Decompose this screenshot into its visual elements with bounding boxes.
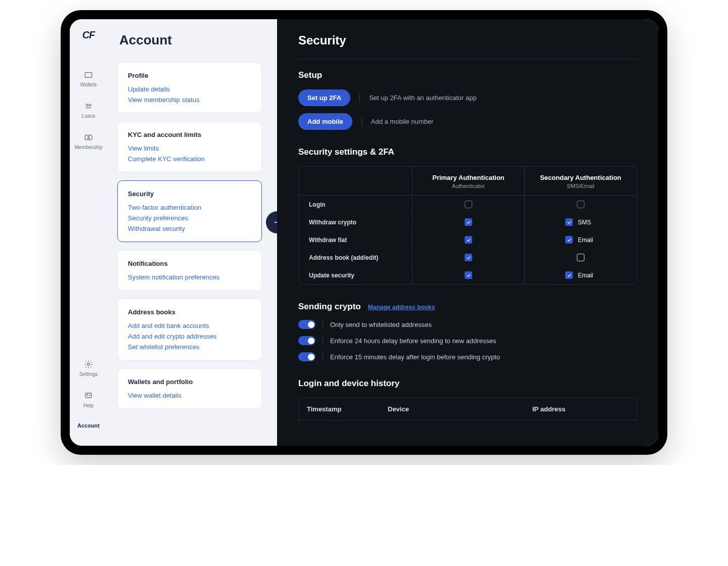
primary-cell <box>413 266 525 284</box>
membership-icon <box>83 133 94 142</box>
divider <box>359 94 360 102</box>
secondary-cell: Email <box>525 231 636 249</box>
sidebar: CF Wallets Loans Membership Settings <box>70 19 107 446</box>
help-icon <box>83 391 94 400</box>
security-title: Security <box>298 33 637 59</box>
sidebar-top: CF Wallets Loans Membership <box>70 29 107 157</box>
toggle-whitelist[interactable] <box>298 320 315 329</box>
divider <box>323 353 323 360</box>
checkbox-checked[interactable] <box>465 271 472 279</box>
card-link[interactable]: Set whitelist preferences <box>128 343 251 351</box>
add-mobile-button[interactable]: Add mobile <box>298 113 352 130</box>
card-link[interactable]: Two-factor authentication <box>128 204 251 211</box>
card-title: Address books <box>128 308 251 316</box>
nav-item-settings[interactable]: Settings <box>70 353 107 384</box>
secondary-cell: Email <box>525 266 636 284</box>
checkbox-checked[interactable] <box>465 254 472 261</box>
card-profile[interactable]: Profile Update details View membership s… <box>117 62 262 113</box>
checkbox-checked[interactable] <box>465 218 472 226</box>
svg-point-2 <box>89 104 91 106</box>
card-link[interactable]: Complete KYC verification <box>128 155 251 163</box>
card-title: Notifications <box>128 260 251 267</box>
row-label: Withdraw crypto <box>299 214 413 231</box>
nav-item-wallets[interactable]: Wallets <box>70 63 107 95</box>
nav-item-account[interactable]: Account <box>70 415 107 436</box>
card-wallets-portfolio[interactable]: Wallets and portfolio View wallet detail… <box>117 368 262 409</box>
checkbox-label: Email <box>578 272 596 279</box>
card-link[interactable]: View limits <box>128 145 251 152</box>
header-primary-sub: Authenticator <box>413 183 524 189</box>
table-row: Address book (add/edit) <box>299 249 636 266</box>
nav-label: Account <box>77 422 100 429</box>
table-row: Login <box>299 196 636 213</box>
card-title: Profile <box>128 72 251 79</box>
secondary-cell <box>525 196 636 213</box>
card-link[interactable]: Add and edit crypto addresses <box>128 333 251 340</box>
checkbox-label: SMS <box>578 219 596 226</box>
checkbox-unchecked[interactable] <box>465 201 472 208</box>
secondary-cell <box>525 249 636 266</box>
card-notifications[interactable]: Notifications System notification prefer… <box>117 250 262 291</box>
table-row: Withdraw crypto SMS <box>299 213 636 231</box>
history-col-device: Device <box>388 405 532 413</box>
sidebar-bottom: Settings Help Account <box>70 353 107 436</box>
arrow-right-icon <box>272 218 277 227</box>
card-address-books[interactable]: Address books Add and edit bank accounts… <box>117 299 262 360</box>
card-link[interactable]: Add and edit bank accounts <box>128 322 251 329</box>
checkbox-unchecked[interactable] <box>577 254 584 261</box>
tablet-frame: CF Wallets Loans Membership Settings <box>61 10 667 455</box>
card-link[interactable]: Update details <box>128 85 251 93</box>
primary-cell <box>413 213 525 231</box>
checkbox-checked[interactable] <box>565 271 573 279</box>
svg-rect-6 <box>85 393 92 398</box>
setup-2fa-button[interactable]: Set up 2FA <box>298 89 350 106</box>
setup-row-2fa: Set up 2FA Set up 2FA with an authentica… <box>298 89 637 106</box>
add-mobile-desc: Add a mobile number <box>371 118 434 125</box>
divider <box>323 337 323 344</box>
primary-cell <box>413 249 525 266</box>
nav-item-help[interactable]: Help <box>70 384 107 415</box>
nav-label: Help <box>83 403 94 408</box>
nav-item-loans[interactable]: Loans <box>70 95 107 126</box>
svg-rect-0 <box>85 73 92 78</box>
setup-heading: Setup <box>298 70 637 80</box>
primary-cell <box>413 196 525 213</box>
checkbox-checked[interactable] <box>565 236 573 244</box>
card-title: Security <box>128 190 251 198</box>
toggle-row: Enforce 24 hours delay before sending to… <box>298 336 637 345</box>
history-heading: Login and device history <box>298 379 637 389</box>
card-security[interactable]: Security Two-factor authentication Secur… <box>117 180 262 242</box>
card-link[interactable]: View wallet details <box>128 392 251 399</box>
history-col-timestamp: Timestamp <box>307 405 388 413</box>
card-link[interactable]: System notification preferences <box>128 273 251 281</box>
nav-item-membership[interactable]: Membership <box>70 126 107 157</box>
checkbox-checked[interactable] <box>565 218 573 226</box>
card-link[interactable]: Security preferences <box>128 214 251 222</box>
checkbox-unchecked[interactable] <box>577 201 584 208</box>
manage-address-books-link[interactable]: Manage address books <box>368 304 435 311</box>
header-empty <box>299 167 413 195</box>
tablet-screen: CF Wallets Loans Membership Settings <box>70 19 658 446</box>
svg-point-7 <box>87 394 88 395</box>
wallet-icon <box>83 70 94 79</box>
sending-heading: Sending crypto <box>298 302 361 312</box>
table-row: Update security Email <box>299 266 636 284</box>
security-panel: Security Setup Set up 2FA Set up 2FA wit… <box>277 19 658 446</box>
nav-label: Wallets <box>80 82 97 87</box>
primary-cell <box>413 231 525 249</box>
nav-label: Loans <box>81 113 95 119</box>
history-table-header: Timestamp Device IP address <box>298 398 637 420</box>
toggle-15m-delay[interactable] <box>298 352 315 361</box>
toggle-24h-delay[interactable] <box>298 336 315 345</box>
card-link[interactable]: Withdrawal security <box>128 225 251 232</box>
header-secondary-title: Secondary Authentication <box>525 174 636 181</box>
svg-point-5 <box>87 363 90 366</box>
security-settings-table: Primary Authentication Authenticator Sec… <box>298 166 637 285</box>
collapse-panel-button[interactable] <box>266 211 277 233</box>
svg-point-1 <box>86 104 88 106</box>
row-label: Address book (add/edit) <box>299 249 413 266</box>
cards-scroll: Profile Update details View membership s… <box>117 62 262 417</box>
card-kyc[interactable]: KYC and account limits View limits Compl… <box>117 121 262 172</box>
card-link[interactable]: View membership status <box>128 96 251 104</box>
checkbox-checked[interactable] <box>465 236 472 244</box>
